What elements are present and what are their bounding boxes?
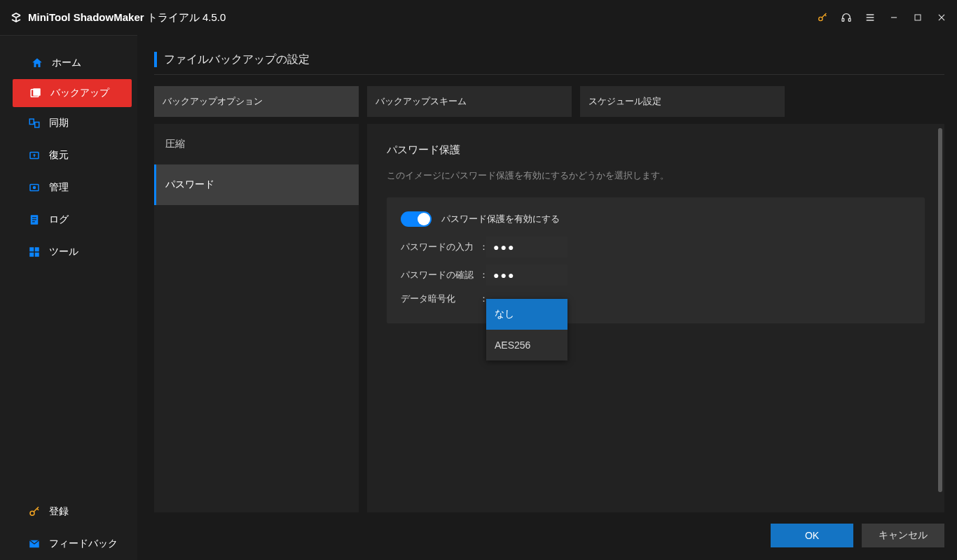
svg-rect-15 [29,247,34,251]
app-title: MiniTool ShadowMaker トライアル 4.5.0 [28,11,226,24]
sidebar-item-feedback[interactable]: フィードバック [0,528,137,560]
encryption-option-none[interactable]: なし [486,299,567,330]
svg-rect-13 [32,219,36,220]
tab-schedule[interactable]: スケジュール設定 [580,86,785,117]
sidebar-item-tools[interactable]: ツール [0,236,137,268]
svg-point-19 [30,511,34,515]
svg-rect-3 [915,15,921,20]
svg-rect-16 [35,247,39,251]
key-icon [28,505,41,518]
button-label: キャンセル [879,529,928,542]
backup-icon [29,87,42,99]
option-password[interactable]: パスワード [154,164,359,205]
sidebar-item-label: バックアップ [50,87,109,99]
encryption-option-aes256[interactable]: AES256 [486,330,567,360]
svg-point-0 [819,17,822,20]
sidebar-item-label: 管理 [49,181,69,194]
svg-rect-14 [32,221,35,222]
svg-point-10 [34,187,36,189]
key-icon[interactable] [817,12,828,23]
tab-label: バックアップオプション [163,95,263,108]
feedback-icon [28,538,41,550]
sidebar-item-sync[interactable]: 同期 [0,107,137,139]
tab-backup-scheme[interactable]: バックアップスキーム [367,86,572,117]
password-input[interactable] [486,237,567,258]
log-icon [28,214,41,226]
dropdown-item-label: なし [495,308,514,321]
panel-scrollbar[interactable] [938,128,942,492]
sidebar-item-home[interactable]: ホーム [0,47,137,79]
password-toggle[interactable] [401,211,432,227]
menu-icon[interactable] [865,12,876,23]
page-title: ファイルバックアップの設定 [164,52,310,67]
panel-password: パスワード保護 このイメージにパスワード保護を有効にするかどうかを選択します。 … [367,124,944,512]
password-confirm-input[interactable] [486,265,567,286]
manage-icon [28,181,41,194]
minimize-icon[interactable] [888,12,900,23]
sidebar-item-label: 登録 [49,505,69,518]
sidebar-item-backup[interactable]: バックアップ [13,79,132,107]
option-label: パスワード [165,178,214,191]
encryption-label: データ暗号化 [401,293,479,305]
svg-rect-6 [29,119,34,125]
home-icon [31,57,43,69]
svg-rect-7 [35,122,39,128]
dropdown-item-label: AES256 [495,340,530,351]
password-toggle-label: パスワード保護を有効にする [441,213,560,225]
tools-icon [28,246,41,258]
sidebar-item-label: フィードバック [49,538,118,550]
close-icon[interactable] [936,12,947,23]
sidebar-item-log[interactable]: ログ [0,204,137,236]
sidebar-item-label: ツール [49,246,78,258]
maximize-icon[interactable] [912,12,923,23]
sidebar-item-label: ホーム [52,57,81,69]
sidebar-item-register[interactable]: 登録 [0,496,137,528]
option-compression[interactable]: 圧縮 [154,124,359,164]
svg-rect-12 [32,217,36,218]
option-label: 圧縮 [165,138,185,150]
ok-button[interactable]: OK [771,524,853,547]
cancel-button[interactable]: キャンセル [862,524,944,547]
panel-description: このイメージにパスワード保護を有効にするかどうかを選択します。 [387,169,925,182]
encryption-dropdown[interactable]: なし AES256 [486,299,567,360]
password-confirm-label: パスワードの確認 [401,269,479,281]
sidebar-item-restore[interactable]: 復元 [0,139,137,172]
panel-title: パスワード保護 [387,144,925,157]
tab-label: バックアップスキーム [376,95,467,108]
options-sidebar: 圧縮 パスワード [154,124,359,512]
sidebar-item-label: ログ [49,214,69,226]
header-accent-bar [154,52,157,67]
headset-icon[interactable] [841,12,852,23]
tab-label: スケジュール設定 [588,95,661,108]
sidebar: ホーム バックアップ 同期 復元 管理 ログ ツール 登録 [0,35,137,560]
app-logo-icon [10,11,22,24]
svg-rect-1 [842,18,844,21]
password-input-label: パスワードの入力 [401,241,479,253]
sidebar-item-label: 復元 [49,149,69,162]
tab-backup-options[interactable]: バックアップオプション [154,86,359,117]
button-label: OK [805,530,819,541]
sidebar-item-manage[interactable]: 管理 [0,172,137,204]
svg-rect-18 [35,253,39,257]
sync-icon [28,117,41,130]
svg-rect-17 [29,253,34,257]
svg-rect-5 [33,88,41,96]
restore-icon [28,149,41,162]
svg-rect-2 [848,18,851,21]
sidebar-item-label: 同期 [49,117,69,130]
